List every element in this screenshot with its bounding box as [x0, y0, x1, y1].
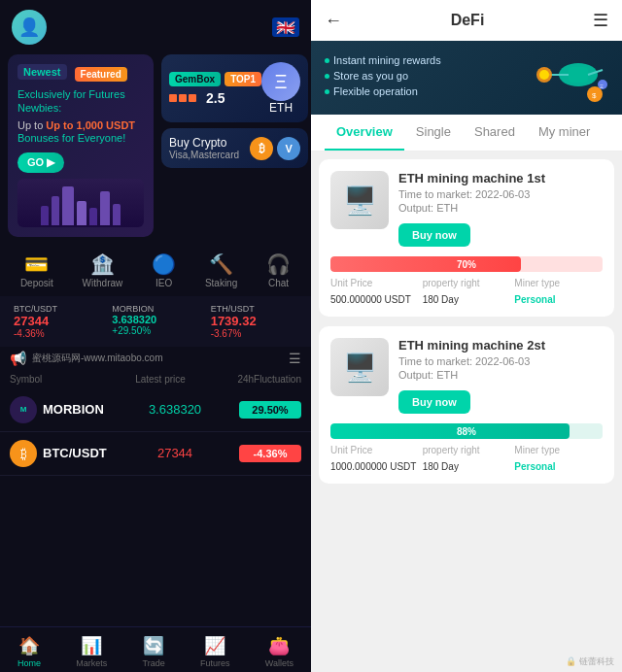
- chat-label: Chat: [268, 278, 289, 288]
- machine-info-1: ETH mining machine 1st Time to market: 2…: [398, 171, 603, 247]
- nav-trade[interactable]: 🔄 Trade: [143, 635, 165, 668]
- staking-label: Staking: [205, 278, 237, 288]
- morbion-market-price: 3.638320: [111, 402, 239, 417]
- eth-price: 1739.32: [211, 314, 297, 328]
- bonus-text: Bonuses for Everyone!: [17, 131, 144, 145]
- wallets-icon: 👛: [268, 635, 290, 656]
- speaker-icon: 📢: [10, 351, 26, 366]
- usdt-amount: Up to 1,000 USDT: [46, 119, 135, 131]
- quick-nav: 💳 Deposit 🏦 Withdraw 🔵 IEO 🔨 Staking 🎧 C…: [0, 245, 311, 296]
- visa-icon: V: [277, 137, 300, 160]
- feature-dot: [325, 89, 329, 94]
- col-change: 24hFluctuation: [233, 374, 301, 385]
- hero-illustration: $ Ξ: [525, 46, 612, 114]
- unit-price-value-1: 500.000000 USDT: [330, 294, 419, 305]
- hamburger-menu[interactable]: ☰: [593, 10, 608, 31]
- progress-fill-2: [330, 423, 570, 439]
- unit-price-header-2: Unit Price: [330, 445, 419, 457]
- price-ticker: BTC/USDT 27344 -4.36% MORBION 3.638320 +…: [0, 296, 311, 347]
- progress-bar-2: 88%: [330, 423, 603, 439]
- morbion-change-badge: 29.50%: [239, 401, 301, 419]
- eth-icon: Ξ: [261, 62, 300, 101]
- buy-now-button-1[interactable]: Buy now: [398, 223, 470, 247]
- futures-icon: 📈: [204, 635, 225, 656]
- page-title: DeFi: [451, 12, 485, 29]
- deposit-label: Deposit: [20, 278, 53, 288]
- nav-wallets[interactable]: 👛 Wallets: [265, 635, 294, 668]
- top1-badge: TOP1: [225, 72, 261, 86]
- avatar[interactable]: 👤: [12, 10, 47, 45]
- announcement-bar: 📢 蜜桃源码网-www.mitaobo.com ☰: [0, 347, 311, 370]
- card-top-1: 🖥️ ETH mining machine 1st Time to market…: [330, 171, 603, 247]
- morbion-pair: MORBION: [112, 304, 198, 314]
- app-navigation: 🏠 Home 📊 Markets 🔄 Trade 📈 Futures 👛 Wal…: [0, 626, 311, 672]
- buy-crypto-card[interactable]: Buy Crypto Visa,Mastercard ₿ V: [161, 128, 308, 168]
- morbion-name: MORBION: [43, 402, 111, 417]
- machine-name-2: ETH mining machine 2st: [398, 338, 603, 353]
- table-row[interactable]: ₿ BTC/USDT 27344 -4.36%: [0, 432, 311, 476]
- output-1: Output: ETH: [398, 202, 603, 214]
- nav-home[interactable]: 🏠 Home: [17, 635, 41, 668]
- machine-info-2: ETH mining machine 2st Time to market: 2…: [398, 338, 603, 414]
- svg-point-5: [539, 70, 549, 80]
- table-row[interactable]: M MORBION 3.638320 29.50%: [0, 388, 311, 432]
- withdraw-icon: 🏦: [90, 252, 115, 276]
- btc-logo: ₿: [10, 440, 37, 467]
- nav-futures[interactable]: 📈 Futures: [200, 635, 230, 668]
- output-2: Output: ETH: [398, 369, 603, 381]
- left-panel: 👤 🇬🇧 Newest Featured Exclusively for Fut…: [0, 0, 311, 672]
- trade-label: Trade: [143, 658, 165, 668]
- market-table-header: Symbol Latest price 24hFluctuation: [0, 370, 311, 388]
- nav-chat[interactable]: 🎧 Chat: [266, 252, 291, 288]
- btc-change-badge: -4.36%: [239, 445, 301, 462]
- featured-badge: Featured: [75, 67, 127, 82]
- nav-deposit[interactable]: 💳 Deposit: [20, 252, 53, 288]
- nav-withdraw[interactable]: 🏦 Withdraw: [83, 252, 123, 288]
- tab-shared[interactable]: Shared: [463, 115, 527, 151]
- go-arrow: ▶: [47, 156, 54, 169]
- progress-section-1: 70%: [330, 256, 603, 272]
- menu-icon[interactable]: ☰: [289, 351, 301, 366]
- newest-badge: Newest: [17, 64, 67, 80]
- btc-icon: ₿: [250, 137, 273, 160]
- right-panel: ← DeFi ☰ Instant mining rewards Store as…: [311, 0, 622, 672]
- progress-section-2: 88%: [330, 423, 603, 439]
- nav-ieo[interactable]: 🔵 IEO: [152, 252, 176, 288]
- time-to-market-1: Time to market: 2022-06-03: [398, 188, 603, 200]
- property-right-header-1: property right: [423, 278, 511, 290]
- mining-card-2: 🖥️ ETH mining machine 2st Time to market…: [319, 326, 614, 484]
- trade-icon: 🔄: [143, 635, 164, 656]
- progress-label-2: 88%: [457, 426, 476, 437]
- bonus-amount-label: Up to Up to 1,000 USDT: [17, 119, 144, 131]
- feature-dot: [325, 58, 329, 63]
- tab-my-miner[interactable]: My miner: [527, 115, 602, 151]
- ieo-label: IEO: [156, 278, 172, 288]
- market-table: Symbol Latest price 24hFluctuation M MOR…: [0, 370, 311, 626]
- buy-now-button-2[interactable]: Buy now: [398, 390, 470, 414]
- home-label: Home: [17, 658, 41, 668]
- eth-name: ETH: [261, 101, 300, 115]
- banner-subtitle: Exclusively for Futures Newbies:: [17, 87, 144, 116]
- morbion-price: 3.638320: [112, 314, 198, 325]
- ticker-btc: BTC/USDT 27344 -4.36%: [8, 300, 106, 343]
- machine-image-1: 🖥️: [330, 171, 389, 229]
- nav-staking[interactable]: 🔨 Staking: [205, 252, 237, 288]
- right-banner-area: GemBox TOP1 2.5 Ξ ETH: [161, 54, 308, 237]
- tabs-row: Overview Single Shared My miner: [311, 115, 622, 151]
- go-button[interactable]: GO ▶: [17, 152, 64, 173]
- language-flag[interactable]: 🇬🇧: [272, 17, 299, 37]
- gembox-card: GemBox TOP1 2.5 Ξ ETH: [161, 54, 308, 122]
- progress-bar-1: 70%: [330, 256, 603, 272]
- tab-overview[interactable]: Overview: [325, 115, 404, 151]
- property-right-value-2: 180 Day: [423, 461, 511, 472]
- morbion-logo: M: [10, 396, 37, 423]
- city-illustration: [17, 179, 144, 227]
- mining-cards-list: 🖥️ ETH mining machine 1st Time to market…: [311, 151, 622, 672]
- ticker-morbion: MORBION 3.638320 +29.50%: [106, 300, 204, 343]
- back-button[interactable]: ←: [325, 11, 342, 31]
- nav-markets[interactable]: 📊 Markets: [76, 635, 107, 668]
- tab-single[interactable]: Single: [404, 115, 463, 151]
- progress-fill-1: [330, 256, 521, 272]
- eth-change: -3.67%: [211, 328, 297, 339]
- announcement-text: 蜜桃源码网-www.mitaobo.com: [32, 352, 283, 365]
